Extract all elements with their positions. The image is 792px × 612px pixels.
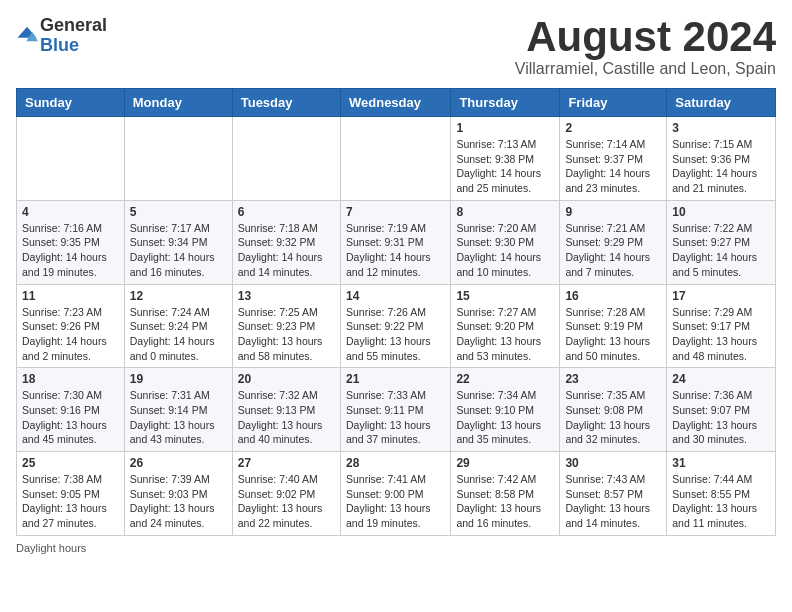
day-info: Sunrise: 7:34 AM Sunset: 9:10 PM Dayligh… bbox=[456, 388, 554, 447]
day-info: Sunrise: 7:15 AM Sunset: 9:36 PM Dayligh… bbox=[672, 137, 770, 196]
logo: General Blue bbox=[16, 16, 107, 56]
calendar-cell: 31Sunrise: 7:44 AM Sunset: 8:55 PM Dayli… bbox=[667, 452, 776, 536]
calendar-cell: 24Sunrise: 7:36 AM Sunset: 9:07 PM Dayli… bbox=[667, 368, 776, 452]
logo-blue-text: Blue bbox=[40, 35, 79, 55]
day-info: Sunrise: 7:30 AM Sunset: 9:16 PM Dayligh… bbox=[22, 388, 119, 447]
calendar-cell: 18Sunrise: 7:30 AM Sunset: 9:16 PM Dayli… bbox=[17, 368, 125, 452]
calendar-header-thursday: Thursday bbox=[451, 89, 560, 117]
title-section: August 2024 Villarramiel, Castille and L… bbox=[515, 16, 776, 78]
day-info: Sunrise: 7:21 AM Sunset: 9:29 PM Dayligh… bbox=[565, 221, 661, 280]
day-number: 9 bbox=[565, 205, 661, 219]
calendar-cell: 12Sunrise: 7:24 AM Sunset: 9:24 PM Dayli… bbox=[124, 284, 232, 368]
location-title: Villarramiel, Castille and Leon, Spain bbox=[515, 60, 776, 78]
day-info: Sunrise: 7:20 AM Sunset: 9:30 PM Dayligh… bbox=[456, 221, 554, 280]
day-number: 3 bbox=[672, 121, 770, 135]
day-info: Sunrise: 7:25 AM Sunset: 9:23 PM Dayligh… bbox=[238, 305, 335, 364]
day-info: Sunrise: 7:35 AM Sunset: 9:08 PM Dayligh… bbox=[565, 388, 661, 447]
day-info: Sunrise: 7:18 AM Sunset: 9:32 PM Dayligh… bbox=[238, 221, 335, 280]
calendar-cell bbox=[124, 117, 232, 201]
calendar-header-tuesday: Tuesday bbox=[232, 89, 340, 117]
calendar-cell bbox=[340, 117, 450, 201]
day-info: Sunrise: 7:27 AM Sunset: 9:20 PM Dayligh… bbox=[456, 305, 554, 364]
calendar-header-sunday: Sunday bbox=[17, 89, 125, 117]
day-info: Sunrise: 7:42 AM Sunset: 8:58 PM Dayligh… bbox=[456, 472, 554, 531]
calendar-cell: 5Sunrise: 7:17 AM Sunset: 9:34 PM Daylig… bbox=[124, 200, 232, 284]
calendar-cell: 15Sunrise: 7:27 AM Sunset: 9:20 PM Dayli… bbox=[451, 284, 560, 368]
day-info: Sunrise: 7:17 AM Sunset: 9:34 PM Dayligh… bbox=[130, 221, 227, 280]
calendar-cell: 22Sunrise: 7:34 AM Sunset: 9:10 PM Dayli… bbox=[451, 368, 560, 452]
calendar-week-1: 1Sunrise: 7:13 AM Sunset: 9:38 PM Daylig… bbox=[17, 117, 776, 201]
calendar-header-saturday: Saturday bbox=[667, 89, 776, 117]
calendar-cell: 28Sunrise: 7:41 AM Sunset: 9:00 PM Dayli… bbox=[340, 452, 450, 536]
day-info: Sunrise: 7:13 AM Sunset: 9:38 PM Dayligh… bbox=[456, 137, 554, 196]
day-number: 18 bbox=[22, 372, 119, 386]
day-number: 6 bbox=[238, 205, 335, 219]
day-number: 5 bbox=[130, 205, 227, 219]
day-info: Sunrise: 7:36 AM Sunset: 9:07 PM Dayligh… bbox=[672, 388, 770, 447]
day-number: 16 bbox=[565, 289, 661, 303]
day-number: 4 bbox=[22, 205, 119, 219]
day-number: 21 bbox=[346, 372, 445, 386]
day-info: Sunrise: 7:38 AM Sunset: 9:05 PM Dayligh… bbox=[22, 472, 119, 531]
day-number: 10 bbox=[672, 205, 770, 219]
day-number: 24 bbox=[672, 372, 770, 386]
day-number: 25 bbox=[22, 456, 119, 470]
logo-general-text: General bbox=[40, 15, 107, 35]
calendar-cell bbox=[232, 117, 340, 201]
calendar-cell: 4Sunrise: 7:16 AM Sunset: 9:35 PM Daylig… bbox=[17, 200, 125, 284]
day-info: Sunrise: 7:26 AM Sunset: 9:22 PM Dayligh… bbox=[346, 305, 445, 364]
day-info: Sunrise: 7:44 AM Sunset: 8:55 PM Dayligh… bbox=[672, 472, 770, 531]
day-info: Sunrise: 7:31 AM Sunset: 9:14 PM Dayligh… bbox=[130, 388, 227, 447]
calendar-cell: 29Sunrise: 7:42 AM Sunset: 8:58 PM Dayli… bbox=[451, 452, 560, 536]
day-number: 2 bbox=[565, 121, 661, 135]
calendar-table: SundayMondayTuesdayWednesdayThursdayFrid… bbox=[16, 88, 776, 536]
day-number: 8 bbox=[456, 205, 554, 219]
day-number: 20 bbox=[238, 372, 335, 386]
day-number: 1 bbox=[456, 121, 554, 135]
calendar-week-2: 4Sunrise: 7:16 AM Sunset: 9:35 PM Daylig… bbox=[17, 200, 776, 284]
calendar-cell: 30Sunrise: 7:43 AM Sunset: 8:57 PM Dayli… bbox=[560, 452, 667, 536]
calendar-cell: 2Sunrise: 7:14 AM Sunset: 9:37 PM Daylig… bbox=[560, 117, 667, 201]
day-number: 30 bbox=[565, 456, 661, 470]
calendar-cell: 6Sunrise: 7:18 AM Sunset: 9:32 PM Daylig… bbox=[232, 200, 340, 284]
day-number: 26 bbox=[130, 456, 227, 470]
day-number: 19 bbox=[130, 372, 227, 386]
calendar-cell: 26Sunrise: 7:39 AM Sunset: 9:03 PM Dayli… bbox=[124, 452, 232, 536]
day-info: Sunrise: 7:29 AM Sunset: 9:17 PM Dayligh… bbox=[672, 305, 770, 364]
calendar-cell: 23Sunrise: 7:35 AM Sunset: 9:08 PM Dayli… bbox=[560, 368, 667, 452]
day-info: Sunrise: 7:16 AM Sunset: 9:35 PM Dayligh… bbox=[22, 221, 119, 280]
day-info: Sunrise: 7:28 AM Sunset: 9:19 PM Dayligh… bbox=[565, 305, 661, 364]
day-number: 17 bbox=[672, 289, 770, 303]
footer-note: Daylight hours bbox=[16, 542, 776, 554]
calendar-cell: 19Sunrise: 7:31 AM Sunset: 9:14 PM Dayli… bbox=[124, 368, 232, 452]
calendar-week-3: 11Sunrise: 7:23 AM Sunset: 9:26 PM Dayli… bbox=[17, 284, 776, 368]
day-number: 15 bbox=[456, 289, 554, 303]
calendar-week-5: 25Sunrise: 7:38 AM Sunset: 9:05 PM Dayli… bbox=[17, 452, 776, 536]
calendar-week-4: 18Sunrise: 7:30 AM Sunset: 9:16 PM Dayli… bbox=[17, 368, 776, 452]
calendar-header-friday: Friday bbox=[560, 89, 667, 117]
calendar-cell: 13Sunrise: 7:25 AM Sunset: 9:23 PM Dayli… bbox=[232, 284, 340, 368]
calendar-cell: 7Sunrise: 7:19 AM Sunset: 9:31 PM Daylig… bbox=[340, 200, 450, 284]
calendar-cell: 11Sunrise: 7:23 AM Sunset: 9:26 PM Dayli… bbox=[17, 284, 125, 368]
day-number: 28 bbox=[346, 456, 445, 470]
day-info: Sunrise: 7:23 AM Sunset: 9:26 PM Dayligh… bbox=[22, 305, 119, 364]
calendar-cell: 9Sunrise: 7:21 AM Sunset: 9:29 PM Daylig… bbox=[560, 200, 667, 284]
day-number: 31 bbox=[672, 456, 770, 470]
calendar-header-wednesday: Wednesday bbox=[340, 89, 450, 117]
calendar-header-row: SundayMondayTuesdayWednesdayThursdayFrid… bbox=[17, 89, 776, 117]
day-number: 29 bbox=[456, 456, 554, 470]
calendar-header-monday: Monday bbox=[124, 89, 232, 117]
day-number: 7 bbox=[346, 205, 445, 219]
header: General Blue August 2024 Villarramiel, C… bbox=[16, 16, 776, 78]
calendar-cell bbox=[17, 117, 125, 201]
calendar-cell: 16Sunrise: 7:28 AM Sunset: 9:19 PM Dayli… bbox=[560, 284, 667, 368]
calendar-cell: 14Sunrise: 7:26 AM Sunset: 9:22 PM Dayli… bbox=[340, 284, 450, 368]
day-info: Sunrise: 7:39 AM Sunset: 9:03 PM Dayligh… bbox=[130, 472, 227, 531]
logo-icon bbox=[16, 23, 38, 45]
day-number: 23 bbox=[565, 372, 661, 386]
day-info: Sunrise: 7:32 AM Sunset: 9:13 PM Dayligh… bbox=[238, 388, 335, 447]
month-title: August 2024 bbox=[515, 16, 776, 58]
day-number: 22 bbox=[456, 372, 554, 386]
calendar-cell: 21Sunrise: 7:33 AM Sunset: 9:11 PM Dayli… bbox=[340, 368, 450, 452]
day-number: 11 bbox=[22, 289, 119, 303]
